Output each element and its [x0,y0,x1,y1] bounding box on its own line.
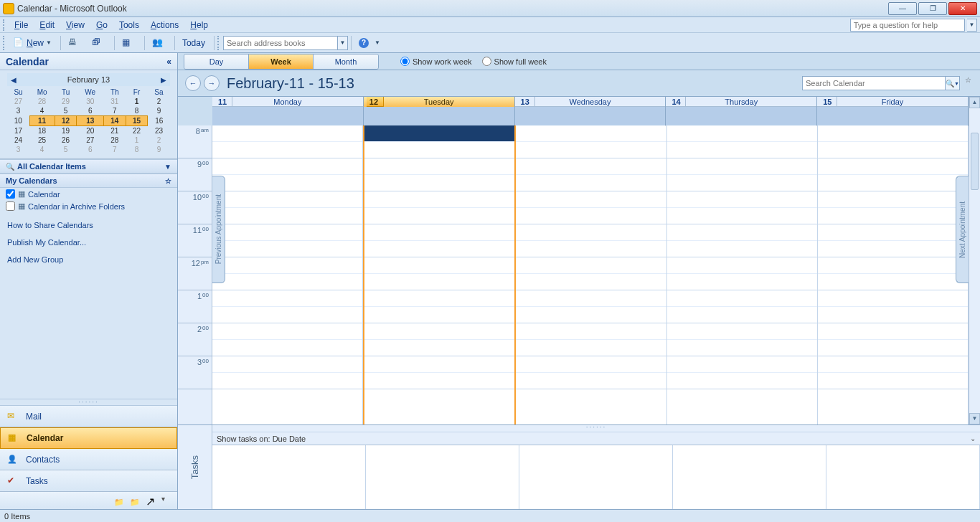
new-button[interactable]: New▼ [9,36,56,50]
time-slot[interactable] [364,175,514,191]
scroll-up-button[interactable]: ▲ [969,97,980,108]
scroll-down-button[interactable]: ▼ [969,413,980,424]
time-slot[interactable] [818,307,968,323]
mini-calendar-day[interactable]: 7 [104,106,126,116]
time-slot[interactable] [516,175,666,191]
time-slot[interactable] [667,274,817,290]
time-slot[interactable] [212,257,362,274]
minimize-button[interactable]: — [888,2,917,15]
mini-calendar-day[interactable]: 8 [126,145,148,154]
configure-buttons[interactable]: ▾ [161,495,173,506]
time-slot[interactable] [212,274,362,290]
day-column[interactable] [818,125,969,424]
time-slot[interactable] [364,191,514,208]
time-slot[interactable] [364,356,514,373]
time-slot[interactable] [516,340,666,356]
mini-calendar-day[interactable]: 22 [126,126,148,136]
day-header[interactable]: 11Monday [212,97,364,125]
help-search-dropdown[interactable]: ▼ [967,19,977,32]
time-slot[interactable] [818,208,968,224]
mini-calendar-day[interactable]: 28 [29,97,55,106]
mini-calendar-day[interactable]: 15 [126,116,148,126]
mini-calendar-day[interactable]: 30 [77,97,104,106]
day-header[interactable]: 13Wednesday [515,97,666,125]
calendar-checkbox[interactable] [6,201,15,211]
mini-calendar-day[interactable]: 11 [29,116,55,126]
calendar-item-default[interactable]: Calendar [0,188,177,200]
radio-work-week[interactable]: Show work week [400,57,472,66]
mini-calendar-day[interactable]: 26 [55,136,77,145]
scroll-thumb[interactable] [971,133,979,190]
time-slot[interactable] [667,125,817,142]
mini-calendar-day[interactable]: 19 [55,126,77,136]
time-slot[interactable] [212,373,362,389]
calendar-item-archive[interactable]: Calendar in Archive Folders [0,200,177,212]
maximize-button[interactable]: ❐ [918,2,947,15]
nav-calendar-button[interactable]: Calendar [0,427,177,449]
tab-day[interactable]: Day [184,54,249,69]
time-slot[interactable] [667,340,817,356]
day-header[interactable]: 12Tuesday [364,97,515,125]
next-month-button[interactable]: ▶ [159,76,169,84]
time-slot[interactable] [667,175,817,191]
day-column[interactable] [212,125,363,424]
mini-calendar-day[interactable]: 5 [55,145,77,154]
mini-calendar-day[interactable]: 23 [148,126,170,136]
time-slot[interactable] [516,241,666,257]
radio-full-week[interactable]: Show full week [482,57,547,66]
mini-calendar-day[interactable]: 4 [29,145,55,154]
time-slot[interactable] [667,290,817,307]
time-slot[interactable] [667,356,817,373]
menu-view[interactable]: View [60,19,90,32]
menu-edit[interactable]: Edit [34,19,60,32]
task-day-column[interactable] [519,445,673,509]
mini-calendar-day[interactable]: 29 [55,97,77,106]
day-column[interactable] [363,125,516,424]
collapse-icon[interactable]: ☆ [165,177,171,185]
calendar-search-input[interactable] [802,76,946,90]
time-slot[interactable] [516,290,666,307]
time-slot[interactable] [516,274,666,290]
menu-tools[interactable]: Tools [113,19,145,32]
time-slot[interactable] [212,290,362,307]
time-slot[interactable] [364,323,514,340]
all-calendar-items[interactable]: All Calendar Items ▼ [0,159,177,174]
time-slot[interactable] [364,224,514,241]
date-navigator[interactable]: ◀ February 13 ▶ SuMoTuWeThFrSa 272829303… [0,70,177,159]
next-appointment-tab[interactable]: Next Appointment [956,176,969,283]
time-slot[interactable] [516,323,666,340]
time-slot[interactable] [516,224,666,241]
permission-button[interactable]: 🗊 [88,36,110,50]
mini-calendar[interactable]: SuMoTuWeThFrSa 2728293031123456789101112… [7,87,170,154]
mini-calendar-day[interactable]: 28 [104,136,126,145]
notes-icon[interactable] [114,495,126,506]
time-slot[interactable] [667,142,817,158]
mini-calendar-day[interactable]: 5 [55,106,77,116]
day-column[interactable] [516,125,666,424]
mini-calendar-day[interactable]: 12 [55,116,77,126]
mini-calendar-day[interactable]: 27 [77,136,104,145]
time-slot[interactable] [516,257,666,274]
time-slot[interactable] [364,257,514,274]
time-slot[interactable] [516,158,666,175]
time-slot[interactable] [364,307,514,323]
mini-calendar-day[interactable]: 13 [77,116,104,126]
time-slot[interactable] [364,373,514,389]
categorize-button[interactable]: ▦ [118,36,140,50]
time-slot[interactable] [364,241,514,257]
mini-calendar-day[interactable]: 2 [148,136,170,145]
vertical-scrollbar[interactable]: ▲ ▼ [969,97,980,424]
mini-calendar-day[interactable]: 8 [126,106,148,116]
mini-calendar-day[interactable]: 17 [7,126,29,136]
menu-actions[interactable]: Actions [145,19,184,32]
close-button[interactable]: ✕ [948,2,977,15]
mini-calendar-day[interactable]: 7 [104,145,126,154]
time-slot[interactable] [212,340,362,356]
tasks-splitter[interactable]: ······ [212,425,980,432]
mini-calendar-day[interactable]: 21 [104,126,126,136]
mini-calendar-day[interactable]: 3 [7,106,29,116]
time-slot[interactable] [364,158,514,175]
time-slot[interactable] [818,340,968,356]
mini-calendar-day[interactable]: 24 [7,136,29,145]
folder-list-icon[interactable] [130,495,141,506]
